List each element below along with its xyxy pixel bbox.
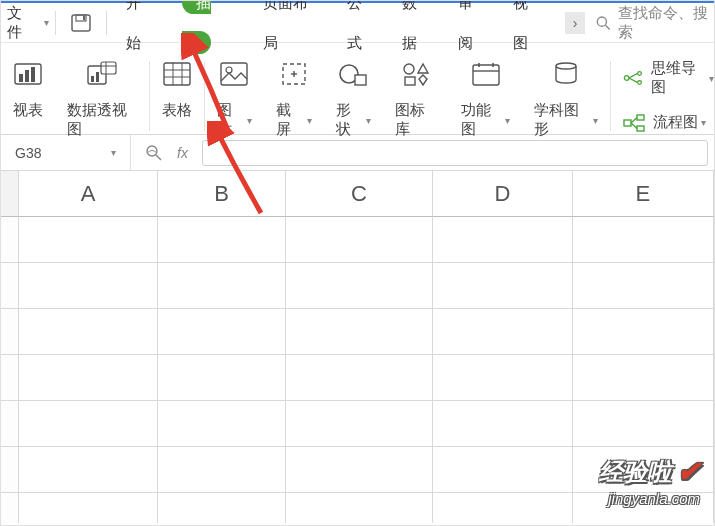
- function-chart-button[interactable]: 功能图▾: [449, 57, 522, 139]
- cell[interactable]: [158, 355, 285, 401]
- cell[interactable]: [573, 355, 714, 401]
- select-all-corner[interactable]: [1, 171, 19, 217]
- cell[interactable]: [433, 355, 572, 401]
- row-header[interactable]: [1, 309, 19, 355]
- svg-rect-26: [355, 75, 366, 85]
- ribbon-label: 视表: [13, 101, 43, 120]
- cell[interactable]: [573, 217, 714, 263]
- cell[interactable]: [286, 263, 433, 309]
- cell[interactable]: [19, 447, 158, 493]
- cell[interactable]: [19, 355, 158, 401]
- flowchart-button[interactable]: 流程图 ▾: [623, 113, 714, 132]
- screenshot-button[interactable]: 截屏▾: [264, 57, 323, 139]
- tab-data[interactable]: 数据: [388, 0, 444, 63]
- ribbon-label: 图标库: [395, 101, 437, 139]
- cell[interactable]: [286, 309, 433, 355]
- search-box[interactable]: 查找命令、搜索: [595, 4, 714, 42]
- table-row: [1, 217, 714, 263]
- cell[interactable]: [19, 309, 158, 355]
- row-header[interactable]: [1, 493, 19, 523]
- cell[interactable]: [286, 217, 433, 263]
- svg-rect-12: [101, 62, 116, 74]
- save-icon[interactable]: [62, 13, 100, 33]
- cell[interactable]: [286, 493, 433, 523]
- cell[interactable]: [158, 309, 285, 355]
- cell[interactable]: [573, 401, 714, 447]
- svg-rect-6: [19, 74, 23, 82]
- row-header[interactable]: [1, 217, 19, 263]
- flowchart-icon: [623, 114, 645, 132]
- svg-point-36: [624, 76, 629, 81]
- cell[interactable]: [433, 447, 572, 493]
- row-header[interactable]: [1, 263, 19, 309]
- pivot-button[interactable]: 数据透视图: [55, 57, 149, 139]
- column-header[interactable]: E: [573, 171, 714, 217]
- cell[interactable]: [19, 263, 158, 309]
- tab-pagelayout[interactable]: 页面布局: [249, 0, 332, 63]
- cell[interactable]: [158, 447, 285, 493]
- ribbon-label: 学科图形: [534, 101, 589, 139]
- ribbon: 视表 数据透视图 表格 图片▾ 截屏▾ 形状▾: [1, 43, 714, 135]
- cell[interactable]: [573, 263, 714, 309]
- cell[interactable]: [158, 493, 285, 523]
- cell[interactable]: [19, 401, 158, 447]
- fx-label[interactable]: fx: [177, 145, 188, 161]
- cell[interactable]: [158, 217, 285, 263]
- subject-shapes-icon: [551, 57, 581, 91]
- table-button[interactable]: 表格: [150, 57, 204, 120]
- picture-icon: [219, 57, 249, 91]
- column-header[interactable]: D: [433, 171, 572, 217]
- shapes-button[interactable]: 形状▾: [324, 57, 383, 139]
- cell[interactable]: [433, 263, 572, 309]
- formula-input[interactable]: [202, 140, 708, 166]
- svg-point-38: [637, 81, 641, 85]
- cell[interactable]: [433, 217, 572, 263]
- ribbon-label: 流程图: [653, 113, 698, 132]
- svg-point-35: [556, 63, 576, 69]
- calendar-icon: [471, 57, 501, 91]
- cell[interactable]: [433, 493, 572, 523]
- svg-line-44: [631, 117, 637, 123]
- cell[interactable]: [573, 309, 714, 355]
- chevron-down-icon: ▾: [505, 115, 510, 126]
- tab-view[interactable]: 视图: [499, 0, 555, 63]
- iconlib-button[interactable]: 图标库: [383, 57, 449, 139]
- shapes-icon: [338, 57, 368, 91]
- row-header[interactable]: [1, 401, 19, 447]
- column-header[interactable]: B: [158, 171, 285, 217]
- svg-line-39: [629, 73, 638, 78]
- cell[interactable]: [286, 355, 433, 401]
- cell[interactable]: [433, 401, 572, 447]
- row-header[interactable]: [1, 355, 19, 401]
- cell[interactable]: [158, 263, 285, 309]
- name-box[interactable]: G38 ▾: [1, 135, 131, 170]
- svg-rect-31: [473, 65, 499, 85]
- pivot-chart-icon: [86, 57, 118, 91]
- row-header[interactable]: [1, 447, 19, 493]
- icon-library-icon: [401, 57, 431, 91]
- column-header[interactable]: C: [286, 171, 433, 217]
- tab-review[interactable]: 审阅: [444, 0, 500, 63]
- cell[interactable]: [433, 309, 572, 355]
- file-menu[interactable]: 文件: [1, 4, 41, 42]
- cell[interactable]: [19, 217, 158, 263]
- tabs-overflow-button[interactable]: ›: [565, 12, 585, 34]
- cell[interactable]: [19, 493, 158, 523]
- svg-point-3: [598, 17, 607, 26]
- mindmap-button[interactable]: 思维导图 ▾: [623, 59, 714, 97]
- chart-button[interactable]: 视表: [1, 57, 55, 120]
- ribbon-label: 数据透视图: [67, 101, 137, 139]
- column-header[interactable]: A: [19, 171, 158, 217]
- svg-line-47: [156, 155, 161, 160]
- cell[interactable]: [286, 447, 433, 493]
- tab-insert[interactable]: 插入: [168, 0, 249, 63]
- cell[interactable]: [286, 401, 433, 447]
- subject-shapes-button[interactable]: 学科图形▾: [522, 57, 609, 139]
- tab-formulas[interactable]: 公式: [333, 0, 389, 63]
- ribbon-label: 思维导图: [651, 59, 706, 97]
- zoom-icon[interactable]: [145, 144, 163, 162]
- cell[interactable]: [158, 401, 285, 447]
- picture-button[interactable]: 图片▾: [205, 57, 264, 139]
- tab-start[interactable]: 开始: [112, 0, 168, 63]
- table-icon: [162, 57, 192, 91]
